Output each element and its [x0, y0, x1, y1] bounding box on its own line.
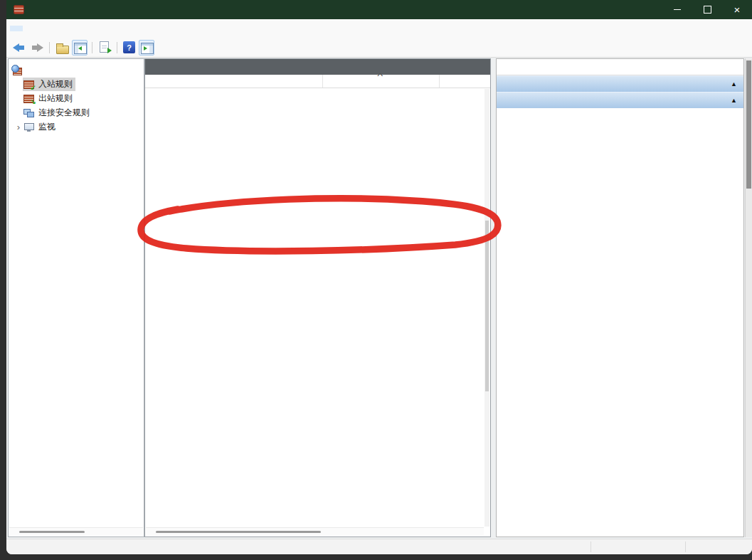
inbound-rules-icon [23, 79, 34, 90]
list-pane-title [145, 59, 490, 75]
status-bar [6, 539, 752, 554]
scrollbar-thumb[interactable] [746, 60, 751, 189]
toolbar-separator [117, 42, 117, 53]
minimize-icon[interactable] [662, 0, 692, 19]
tree-item[interactable]: 监视 [9, 120, 144, 134]
menu-item[interactable] [53, 26, 65, 31]
toolbar [6, 38, 752, 58]
local-computer-icon [11, 65, 22, 75]
menu-item[interactable] [24, 26, 37, 31]
actions-pane [496, 58, 744, 537]
collapse-section-icon[interactable] [731, 97, 737, 104]
toolbar-separator [92, 42, 92, 53]
close-icon[interactable]: × [722, 0, 752, 19]
folder-icon[interactable] [54, 40, 70, 56]
back-icon[interactable] [11, 40, 27, 56]
tree-item-label: 入站规则 [38, 78, 73, 90]
app-window: × 入站规则 [6, 0, 752, 554]
column-divider[interactable] [322, 75, 323, 88]
toolbar-separator [49, 42, 50, 53]
tree-item[interactable]: 出站规则 [9, 91, 144, 105]
status-bar-divider [591, 541, 591, 552]
help-icon[interactable] [123, 41, 135, 53]
window-controls: × [662, 0, 752, 19]
rules-list-pane [144, 58, 491, 537]
list-vertical-scrollbar[interactable] [484, 89, 489, 527]
monitoring-icon [23, 122, 34, 132]
show-action-pane-icon[interactable] [139, 40, 154, 56]
actions-vertical-scrollbar[interactable] [745, 58, 752, 537]
scrollbar-thumb[interactable] [19, 531, 85, 533]
collapse-section-icon[interactable] [731, 80, 737, 88]
tree-items: 入站规则 出站规则 连接安全规则 [9, 77, 144, 134]
maximize-icon[interactable] [692, 0, 722, 19]
title-bar: × [6, 0, 752, 19]
column-header-row [145, 75, 490, 88]
tree-item[interactable]: 入站规则 [9, 77, 144, 91]
menu-item[interactable] [10, 26, 23, 31]
export-list-icon[interactable] [97, 40, 112, 56]
menu-item[interactable] [38, 26, 51, 31]
rules-rows [145, 88, 490, 537]
tree-root-local-computer[interactable] [9, 63, 144, 77]
section-header-the-finals[interactable] [497, 92, 743, 108]
outbound-rules-icon [23, 93, 34, 104]
scrollbar-thumb[interactable] [485, 221, 489, 391]
status-bar-divider [685, 541, 686, 552]
tree-item-label: 监视 [38, 121, 55, 133]
sort-ascending-icon [377, 73, 383, 80]
tree-horizontal-scrollbar[interactable] [9, 527, 143, 536]
tree-item[interactable]: 连接安全规则 [9, 105, 144, 120]
column-divider[interactable] [439, 75, 440, 88]
actions-pane-title [497, 59, 743, 75]
show-console-tree-icon[interactable] [72, 40, 88, 56]
console-tree-pane: 入站规则 出站规则 连接安全规则 [8, 58, 144, 537]
forward-icon[interactable] [29, 40, 45, 56]
expand-chevron-icon[interactable] [14, 122, 23, 132]
tree-item-label: 连接安全规则 [38, 107, 90, 119]
menu-bar [6, 19, 752, 38]
section-header-inbound-rules[interactable] [497, 75, 743, 92]
connection-security-icon [23, 107, 34, 118]
list-horizontal-scrollbar[interactable] [146, 527, 484, 536]
scrollbar-thumb[interactable] [156, 531, 321, 533]
tree-item-label: 出站规则 [38, 93, 73, 105]
firewall-app-icon [14, 5, 24, 14]
main-area: 入站规则 出站规则 连接安全规则 [6, 58, 752, 539]
